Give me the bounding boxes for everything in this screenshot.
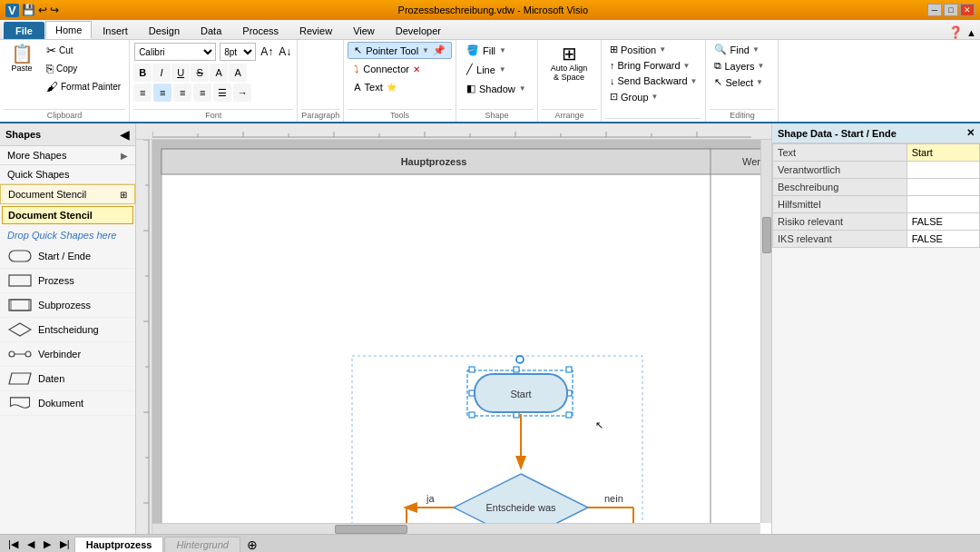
tab-file[interactable]: File xyxy=(4,22,44,39)
strikethrough-button[interactable]: S xyxy=(191,64,209,82)
maximize-button[interactable]: □ xyxy=(944,4,958,16)
find-dropdown[interactable]: ▼ xyxy=(752,45,760,54)
tab-process[interactable]: Process xyxy=(232,22,289,39)
underline-button[interactable]: U xyxy=(172,64,190,82)
cut-button[interactable]: ✂ Cut xyxy=(42,42,125,59)
shape-data-close[interactable]: ✕ xyxy=(966,127,975,139)
send-backward-button[interactable]: ↓ Send Backward ▼ xyxy=(605,74,701,88)
tab-insert[interactable]: Insert xyxy=(93,22,138,39)
layers-dropdown[interactable]: ▼ xyxy=(758,62,765,70)
connector-close-icon[interactable]: ✕ xyxy=(413,64,420,74)
tab-view[interactable]: View xyxy=(343,22,385,39)
position-dropdown[interactable]: ▼ xyxy=(659,45,666,54)
quick-access-save[interactable]: 💾 xyxy=(22,4,35,16)
document-stencil-tab[interactable]: Document Stencil ⊞ xyxy=(0,184,135,204)
find-button[interactable]: 🔍 Find ▼ xyxy=(710,42,769,57)
page-nav-prev[interactable]: ◀ xyxy=(23,537,39,552)
tab-home[interactable]: Home xyxy=(45,21,92,39)
fill-dropdown[interactable]: ▼ xyxy=(499,46,506,54)
bringfwd-dropdown[interactable]: ▼ xyxy=(683,62,691,70)
svg-rect-1 xyxy=(9,275,31,286)
align-right-button[interactable]: ≡ xyxy=(173,84,191,102)
format-painter-button[interactable]: 🖌 Format Painter xyxy=(42,78,125,95)
font-grow-button[interactable]: A↑ xyxy=(259,44,275,60)
bold-button[interactable]: B xyxy=(133,64,152,82)
font-size-select[interactable]: 8pt xyxy=(220,43,256,61)
shape-item-verbinder[interactable]: Verbinder xyxy=(0,342,135,367)
text-tool-button[interactable]: A Text ⭐ xyxy=(348,79,403,95)
font-shrink-button[interactable]: A↓ xyxy=(277,44,293,60)
app-icon: V xyxy=(5,4,19,17)
page-tab-hintergrund[interactable]: Hintergrund xyxy=(164,537,240,552)
line-dropdown[interactable]: ▼ xyxy=(499,65,506,74)
hscrollbar-thumb[interactable] xyxy=(335,525,407,534)
shape-item-start-ende[interactable]: Start / Ende xyxy=(0,244,135,269)
font-size-button[interactable]: A xyxy=(210,64,228,82)
page-tab-hauptprozess[interactable]: Hauptprozess xyxy=(74,537,164,552)
quick-shapes-button[interactable]: Quick Shapes xyxy=(0,165,135,184)
shape-data-row-risiko: Risiko relevant FALSE xyxy=(773,213,980,231)
vertical-scrollbar[interactable] xyxy=(760,140,771,523)
window-controls[interactable]: ─ □ ✕ xyxy=(927,4,975,16)
more-shapes-button[interactable]: More Shapes ▶ xyxy=(0,146,135,165)
titlebar: V 💾 ↩ ↪ Prozessbeschreibung.vdw - Micros… xyxy=(0,0,980,20)
connector-button[interactable]: ⤵ Connector ✕ xyxy=(348,61,426,77)
select-button[interactable]: ↖ Select ▼ xyxy=(710,74,769,90)
page-nav-next[interactable]: ▶ xyxy=(39,537,55,552)
font-name-select[interactable]: Calibri xyxy=(134,43,216,61)
vscrollbar-thumb[interactable] xyxy=(762,217,771,253)
page-tabs-bar: |◀ ◀ ▶ ▶| Hauptprozess Hintergrund ⊕ xyxy=(0,534,980,552)
auto-align-button[interactable]: ⊞ Auto Align& Space xyxy=(542,42,596,84)
copy-button[interactable]: ⎘ Copy xyxy=(42,60,125,77)
fill-button[interactable]: 🪣 Fill ▼ xyxy=(460,42,513,59)
position-button[interactable]: ⊞ Position ▼ xyxy=(605,42,701,57)
sendbwd-dropdown[interactable]: ▼ xyxy=(691,77,698,85)
pointer-tool-button[interactable]: ↖ Pointer Tool ▼ 📌 xyxy=(348,42,452,59)
shadow-dropdown[interactable]: ▼ xyxy=(519,84,526,93)
pointer-pin-icon[interactable]: 📌 xyxy=(433,44,446,56)
shapes-toggle-button[interactable]: ◀ xyxy=(120,127,130,142)
indent-button[interactable]: → xyxy=(233,84,251,102)
shape-item-dokument[interactable]: Dokument xyxy=(0,391,135,416)
shape-item-prozess[interactable]: Prozess xyxy=(0,269,135,293)
page-add-button[interactable]: ⊕ xyxy=(241,536,263,553)
tab-data[interactable]: Data xyxy=(191,22,231,39)
canvas[interactable]: Hauptprozess Wer Beschreib xyxy=(152,140,771,534)
layers-button[interactable]: ⧉ Layers ▼ xyxy=(710,58,769,74)
page-nav-first[interactable]: |◀ xyxy=(4,537,23,552)
align-justify-button[interactable]: ≡ xyxy=(193,84,211,102)
shape-item-subprozess[interactable]: Subprozess xyxy=(0,293,135,318)
shape-item-daten[interactable]: Daten xyxy=(0,367,135,391)
quick-access-redo[interactable]: ↪ xyxy=(50,4,59,16)
canvas-scroll-area[interactable]: Hauptprozess Wer Beschreib xyxy=(152,140,771,534)
pointer-dropdown-arrow[interactable]: ▼ xyxy=(422,46,429,54)
tab-developer[interactable]: Developer xyxy=(386,22,451,39)
list-button[interactable]: ☰ xyxy=(213,84,231,102)
shadow-button[interactable]: ◧ Shadow ▼ xyxy=(460,80,533,97)
group-button[interactable]: ⊡ Group ▼ xyxy=(605,89,701,104)
font-color-button[interactable]: A xyxy=(229,64,247,82)
ruler-left xyxy=(136,140,152,534)
close-button[interactable]: ✕ xyxy=(960,4,975,16)
page-nav-last[interactable]: ▶| xyxy=(55,537,74,552)
canvas-area[interactable]: Hauptprozess Wer Beschreib xyxy=(136,123,771,534)
select-dropdown[interactable]: ▼ xyxy=(756,78,763,86)
italic-button[interactable]: I xyxy=(152,64,171,82)
horizontal-scrollbar[interactable] xyxy=(152,523,760,534)
quick-access-undo[interactable]: ↩ xyxy=(38,4,47,16)
tab-review[interactable]: Review xyxy=(289,22,342,39)
shape-item-entscheidung[interactable]: Entscheidung xyxy=(0,318,135,342)
ribbon-minimize[interactable]: ▲ xyxy=(966,27,976,38)
ribbon-help[interactable]: ❓ xyxy=(948,25,963,39)
send-backward-icon: ↓ xyxy=(610,75,615,86)
paste-button[interactable]: 📋 Paste xyxy=(4,42,40,75)
group-dropdown[interactable]: ▼ xyxy=(652,93,659,101)
shapes-panel: Shapes ◀ More Shapes ▶ Quick Shapes Docu… xyxy=(0,123,136,534)
line-button[interactable]: ╱ Line ▼ xyxy=(460,61,513,78)
minimize-button[interactable]: ─ xyxy=(927,4,942,16)
align-center-button[interactable]: ≡ xyxy=(153,84,172,102)
verbinder-icon xyxy=(7,346,33,362)
tab-design[interactable]: Design xyxy=(139,22,190,39)
bring-forward-button[interactable]: ↑ Bring Forward ▼ xyxy=(605,58,701,73)
align-left-button[interactable]: ≡ xyxy=(133,84,152,102)
